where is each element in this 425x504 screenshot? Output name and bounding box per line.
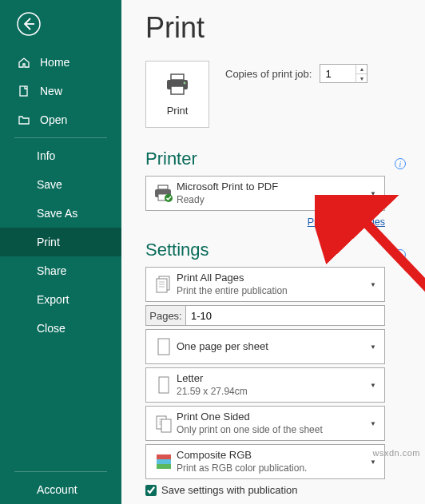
backstage-sidebar: Home New Open Info Save Save As Print Sh… [0, 0, 121, 504]
printer-heading: Printer [145, 149, 197, 169]
one-sided-icon [151, 413, 177, 434]
nav-export[interactable]: Export [0, 285, 121, 314]
pages-field: Pages: [145, 305, 385, 326]
chevron-down-icon: ▼ [370, 343, 379, 351]
svg-rect-12 [158, 339, 169, 355]
copies-spinner[interactable]: ▲ ▼ [355, 65, 367, 82]
svg-point-5 [184, 81, 186, 84]
chevron-down-icon: ▼ [370, 458, 379, 466]
nav-open[interactable]: Open [0, 105, 121, 134]
nav-account[interactable]: Account [0, 475, 121, 504]
svg-rect-4 [171, 86, 184, 94]
nav-new[interactable]: New [0, 77, 121, 105]
printer-icon [164, 73, 191, 97]
svg-rect-17 [157, 459, 171, 464]
save-settings-checkbox-row[interactable]: Save settings with publication [145, 484, 406, 496]
settings-heading: Settings [145, 240, 209, 260]
home-icon [18, 56, 30, 69]
svg-rect-13 [159, 377, 169, 393]
nav-share[interactable]: Share [0, 256, 121, 285]
page-icon [151, 336, 177, 357]
info-icon[interactable]: i [395, 249, 406, 260]
rgb-icon [151, 452, 177, 471]
nav-close[interactable]: Close [0, 314, 121, 343]
pages-stack-icon [151, 274, 177, 295]
svg-rect-15 [161, 419, 171, 432]
main-pane: Print Print Copies of print job: ▲ ▼ [121, 0, 425, 504]
chevron-down-icon: ▼ [370, 281, 379, 288]
save-settings-checkbox[interactable] [145, 485, 157, 496]
nav-home[interactable]: Home [0, 48, 121, 77]
chevron-down-icon: ▼ [370, 382, 379, 389]
svg-rect-18 [157, 464, 171, 469]
nav-new-label: New [40, 85, 62, 97]
sidebar-divider [14, 137, 107, 138]
copies-label: Copies of print job: [225, 68, 312, 80]
nav-saveas[interactable]: Save As [0, 199, 121, 228]
printer-status: Ready [177, 194, 278, 206]
page-title: Print [145, 11, 406, 45]
print-button-label: Print [167, 105, 189, 117]
print-button[interactable]: Print [145, 61, 209, 128]
svg-rect-7 [158, 185, 168, 189]
printer-properties-link[interactable]: Printer Properties [308, 216, 385, 228]
per-sheet-dropdown[interactable]: One page per sheet ▼ [145, 329, 385, 364]
chevron-down-icon[interactable]: ▼ [355, 74, 367, 83]
chevron-down-icon: ▼ [370, 420, 379, 427]
color-dropdown[interactable]: Composite RGB Print as RGB color publica… [145, 444, 385, 479]
sidebar-divider-bottom [14, 471, 107, 472]
svg-rect-11 [157, 279, 167, 292]
watermark: wsxdn.com [372, 448, 420, 458]
svg-rect-2 [171, 74, 184, 80]
print-all-pages-dropdown[interactable]: Print All Pages Print the entire publica… [145, 267, 385, 302]
paper-icon [151, 375, 177, 395]
nav-save[interactable]: Save [0, 170, 121, 199]
back-button[interactable] [16, 11, 42, 37]
pages-label: Pages: [146, 306, 186, 325]
printer-dropdown[interactable]: Microsoft Print to PDF Ready ▼ [145, 176, 385, 211]
chevron-down-icon: ▼ [370, 190, 379, 197]
new-icon [18, 85, 30, 97]
selected-printer-icon [151, 184, 177, 203]
printer-name: Microsoft Print to PDF [177, 181, 278, 193]
save-settings-label: Save settings with publication [161, 484, 298, 496]
chevron-up-icon[interactable]: ▲ [355, 65, 367, 74]
nav-info[interactable]: Info [0, 141, 121, 170]
open-icon [18, 113, 30, 126]
nav-home-label: Home [40, 56, 70, 69]
paper-size-dropdown[interactable]: Letter 21.59 x 27.94cm ▼ [145, 367, 385, 403]
one-sided-dropdown[interactable]: Print One Sided Only print on one side o… [145, 406, 385, 441]
info-icon[interactable]: i [395, 158, 406, 169]
nav-print[interactable]: Print [0, 228, 121, 256]
pages-input[interactable] [186, 306, 384, 325]
svg-rect-16 [157, 454, 171, 459]
nav-open-label: Open [40, 113, 67, 126]
svg-rect-1 [20, 86, 27, 96]
